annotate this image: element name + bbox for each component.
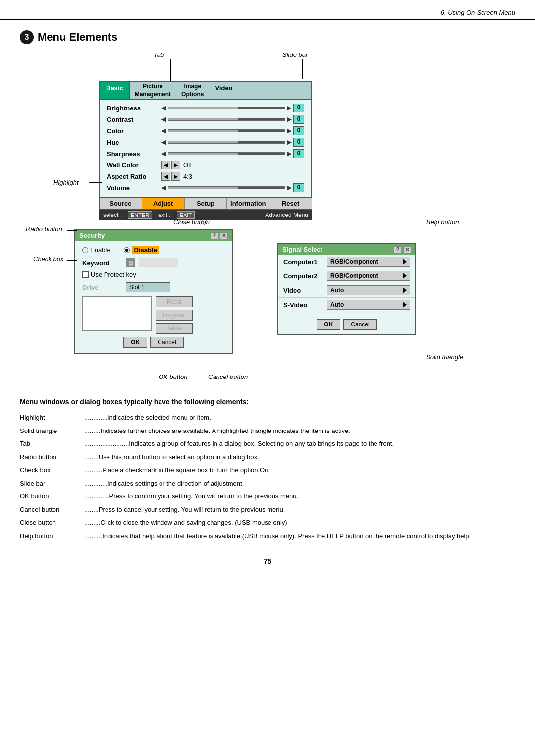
desc-item-checkbox: Check box .......... Place a checkmark i… [20, 465, 515, 475]
desc-dots-close: ......... [84, 518, 101, 528]
desc-term-cancel: Cancel button [20, 505, 84, 515]
enable-radio[interactable] [82, 247, 88, 253]
tab-video[interactable]: Video [209, 82, 239, 99]
signal-ok-button[interactable]: OK [317, 319, 340, 330]
security-ok-button[interactable]: OK [123, 337, 147, 348]
signal-close-icon[interactable]: ✕ [403, 246, 411, 253]
disable-radio[interactable] [124, 247, 130, 253]
wallcolor-label: Wall Color [107, 162, 161, 169]
desc-def-highlight: Indicates the selected menu or item. [107, 413, 515, 423]
tab-image[interactable]: ImageOptions [176, 82, 209, 99]
file-action-buttons: Read Register Delete [156, 296, 193, 334]
aspectratio-left[interactable]: ◀ [161, 172, 170, 181]
security-title: Security [79, 232, 105, 239]
contrast-label: Contrast [107, 116, 161, 123]
nav-source[interactable]: Source [100, 198, 142, 209]
computer1-value[interactable]: RGB/Component [327, 257, 410, 267]
desc-def-slidebar: Indicates settings or the direction of a… [107, 479, 515, 488]
register-button[interactable]: Register [156, 310, 193, 321]
select-label: select : [103, 212, 122, 218]
radio-disable[interactable]: Disable [124, 246, 159, 254]
nav-reset[interactable]: Reset [269, 198, 312, 209]
desc-item-close: Close button ......... Click to close th… [20, 518, 515, 528]
security-dialog: Security ? ✕ Enable Disable Keyword [74, 229, 233, 354]
security-ok-cancel: OK Cancel [82, 337, 225, 348]
volume-slider[interactable]: ◀ ▶ 0 [161, 183, 304, 192]
nav-information[interactable]: Information [227, 198, 269, 209]
description-section: Menu windows or dialog boxes typically h… [0, 388, 535, 549]
svideo-value[interactable]: Auto [327, 300, 410, 310]
tab-basic[interactable]: Basic [100, 82, 130, 99]
signal-title-icons: ? ✕ [394, 246, 411, 253]
keyword-field[interactable] [139, 258, 178, 267]
wallcolor-right[interactable]: ▶ [171, 161, 180, 169]
slider-track [168, 107, 285, 109]
desc-def-ok: Press to confirm your setting. You will … [109, 491, 515, 501]
desc-item-slidebar: Slide bar ............. Indicates settin… [20, 479, 515, 488]
drive-row: Drive Slot 1 [82, 282, 225, 292]
keyword-label: Keyword [82, 259, 122, 267]
desc-def-solid-triangle: Indicates further choices are available.… [101, 426, 515, 436]
section-title-text: Menu Elements [38, 31, 117, 44]
aspectratio-control[interactable]: ◀ ▶ [161, 172, 180, 181]
desc-term-ok: OK button [20, 491, 84, 501]
svideo-arrow [403, 302, 407, 308]
desc-dots-ok: .............. [84, 491, 109, 501]
use-protect-key-checkbox[interactable]: Use Protect key [82, 271, 136, 278]
desc-dots-slidebar: ............. [84, 479, 107, 488]
advanced-menu-label[interactable]: Advanced Menu [265, 212, 308, 218]
osd-row-aspectratio: Aspect Ratio ◀ ▶ 4:3 [107, 172, 304, 181]
security-title-icons: ? ✕ [211, 232, 228, 239]
page-header: 6. Using On-Screen Menu [0, 0, 535, 20]
signal-title: Signal Select [282, 246, 322, 253]
highlight-annotation: Highlight [54, 179, 79, 186]
signal-help-icon[interactable]: ? [394, 246, 402, 253]
color-slider[interactable]: ◀ ▶ 0 [161, 126, 304, 135]
sharpness-slider[interactable]: ◀ ▶ 0 [161, 149, 304, 158]
wallcolor-left[interactable]: ◀ [161, 161, 170, 169]
keyword-icon[interactable]: ▤ [126, 258, 135, 267]
radio-enable[interactable]: Enable [82, 246, 110, 254]
desc-def-close: Click to close the window and saving cha… [101, 518, 515, 528]
header-text: 6. Using On-Screen Menu [441, 9, 515, 16]
read-button[interactable]: Read [156, 296, 193, 307]
delete-button[interactable]: Delete [156, 323, 193, 334]
computer2-value-text: RGB/Component [330, 272, 378, 279]
osd-row-wallcolor: Wall Color ◀ ▶ Off [107, 161, 304, 169]
video-value[interactable]: Auto [327, 285, 410, 295]
brightness-slider[interactable]: ◀ ▶ 0 [161, 104, 304, 112]
tab-annotation: Tab [154, 51, 164, 58]
security-cancel-button[interactable]: Cancel [150, 337, 183, 348]
osd-tabs: Basic PictureManagement ImageOptions Vid… [100, 82, 311, 100]
nav-adjust[interactable]: Adjust [142, 198, 185, 209]
file-list-area: Read Register Delete [82, 296, 225, 334]
hue-slider[interactable]: ◀ ▶ 0 [161, 138, 304, 147]
slider-right-arrow[interactable]: ▶ [287, 105, 291, 111]
contrast-slider[interactable]: ◀ ▶ 0 [161, 115, 304, 124]
nav-setup[interactable]: Setup [185, 198, 227, 209]
wallcolor-control[interactable]: ◀ ▶ [161, 161, 180, 169]
computer1-label: Computer1 [283, 258, 323, 266]
signal-select-dialog: Signal Select ? ✕ Computer1 RGB/Componen… [277, 243, 416, 335]
brightness-label: Brightness [107, 105, 161, 112]
osd-body: Brightness ◀ ▶ 0 Contrast ◀ ▶ 0 [100, 100, 311, 199]
signal-cancel-button[interactable]: Cancel [343, 319, 376, 330]
aspectratio-right[interactable]: ▶ [171, 172, 180, 181]
desc-term-slidebar: Slide bar [20, 479, 84, 488]
computer2-value[interactable]: RGB/Component [327, 271, 410, 281]
osd-row-hue: Hue ◀ ▶ 0 [107, 138, 304, 147]
desc-dots-radio: ........ [84, 452, 99, 462]
exit-key: EXIT [177, 211, 195, 219]
checkbox-square[interactable] [82, 271, 89, 278]
desc-dots-solid-triangle: ......... [84, 426, 101, 436]
close-button[interactable]: ✕ [220, 232, 228, 239]
desc-item-solid-triangle: Solid triangle ......... Indicates furth… [20, 426, 515, 436]
file-list-box[interactable] [82, 296, 152, 331]
computer2-label: Computer2 [283, 272, 323, 280]
enter-key: ENTER [128, 211, 152, 219]
tab-picture[interactable]: PictureManagement [130, 82, 176, 99]
slider-left-arrow[interactable]: ◀ [161, 105, 166, 111]
svideo-value-text: Auto [330, 301, 344, 308]
help-button[interactable]: ? [211, 232, 218, 239]
section-number: 3 [20, 30, 34, 44]
